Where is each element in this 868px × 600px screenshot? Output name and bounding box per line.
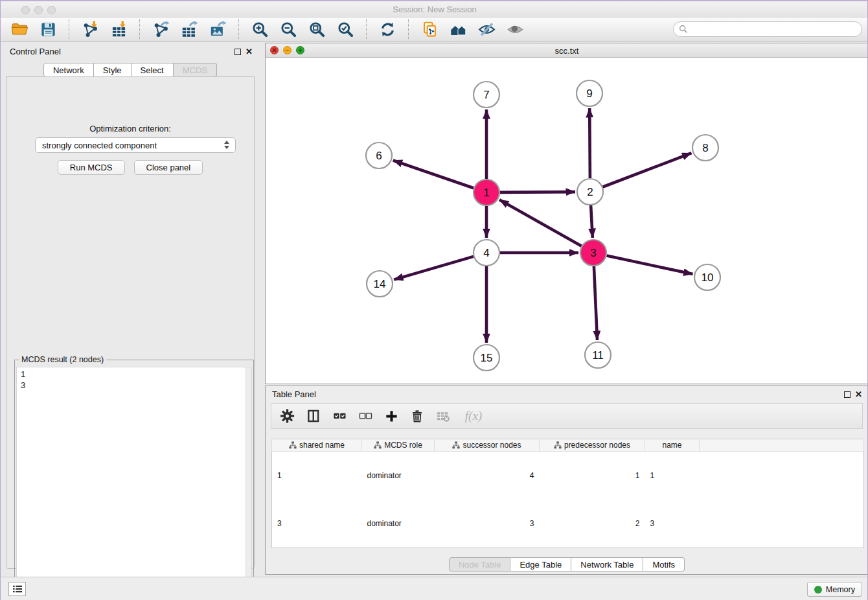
export-table-button[interactable] (177, 19, 201, 40)
export-image-icon (209, 21, 227, 38)
network-canvas[interactable]: 7968124314101511 (266, 58, 868, 384)
add-column-button[interactable] (383, 408, 400, 424)
edge-2-9[interactable] (589, 108, 590, 178)
edge-2-8[interactable] (603, 153, 692, 187)
cell[interactable]: 2 (540, 500, 645, 548)
tab-network[interactable]: Network (43, 63, 94, 77)
table-panel-float-icon[interactable] (844, 391, 851, 398)
zoom-out-button[interactable] (276, 19, 301, 40)
column-header-name[interactable]: name (645, 439, 700, 452)
node-15[interactable]: 15 (474, 345, 499, 371)
column-header-predecessor-nodes[interactable]: predecessor nodes (540, 439, 645, 452)
hide-selected-button[interactable] (474, 19, 499, 40)
export-image-button[interactable] (205, 19, 230, 40)
deselect-all-rows-button[interactable] (357, 408, 374, 424)
tab-network-table[interactable]: Network Table (571, 557, 643, 571)
cell[interactable]: 1 (645, 452, 700, 500)
table-settings-button[interactable] (279, 408, 296, 424)
mcds-result-item: 3 (21, 380, 251, 391)
scrollbar[interactable] (245, 367, 251, 600)
cell[interactable]: 3 (435, 500, 540, 548)
mcds-result-list[interactable]: 13 (16, 367, 252, 600)
table-panel-close-icon[interactable]: ✕ (855, 389, 862, 399)
tab-edge-table[interactable]: Edge Table (510, 557, 571, 571)
node-8[interactable]: 8 (692, 135, 718, 161)
node-10[interactable]: 10 (694, 264, 720, 290)
cell[interactable]: 1 (540, 452, 645, 500)
export-network-button[interactable] (148, 19, 173, 40)
zoom-fit-button[interactable] (304, 19, 329, 40)
column-header-shared-name[interactable]: shared name (272, 439, 362, 452)
column-visibility-icon (306, 409, 321, 423)
edge-2-3[interactable] (591, 205, 593, 238)
zoom-in-button[interactable] (247, 19, 272, 40)
cell[interactable]: 3 (272, 500, 362, 548)
apply-function-button[interactable]: f(x) (461, 408, 486, 424)
clone-network-button[interactable] (417, 19, 442, 40)
edge-3-1[interactable] (499, 200, 582, 246)
select-all-rows-button[interactable] (331, 408, 348, 424)
tab-style[interactable]: Style (94, 63, 131, 77)
node-6[interactable]: 6 (366, 143, 392, 168)
column-header-successor-nodes[interactable]: successor nodes (435, 439, 540, 452)
edge-3-11[interactable] (594, 266, 597, 340)
delete-column-button[interactable] (409, 408, 426, 424)
refresh-view-button[interactable] (375, 19, 400, 40)
node-9[interactable]: 9 (577, 80, 602, 106)
delete-table-button[interactable] (435, 408, 451, 424)
main-toolbar (1, 17, 868, 41)
first-neighbors-icon (450, 21, 467, 38)
edge-3-10[interactable] (607, 255, 693, 274)
column-visibility-button[interactable] (305, 408, 322, 424)
table-toolbar: f(x) (271, 403, 863, 429)
node-11[interactable]: 11 (585, 342, 611, 368)
node-14[interactable]: 14 (367, 271, 393, 297)
cell[interactable]: 4 (435, 452, 540, 500)
node-table[interactable]: shared nameMCDS rolesuccessor nodesprede… (271, 439, 864, 548)
cell[interactable]: 1 (272, 452, 362, 500)
close-panel-button[interactable]: Close panel (134, 160, 203, 175)
control-panel-float-icon[interactable] (234, 49, 241, 55)
control-panel-tabs: NetworkStyleSelectMCDS (1, 63, 260, 77)
show-all-button[interactable] (503, 19, 527, 40)
node-2[interactable]: 2 (577, 179, 603, 205)
table-row[interactable]: 3dominator323 (272, 500, 864, 548)
edge-1-6[interactable] (393, 161, 474, 189)
run-mcds-button[interactable]: Run MCDS (58, 160, 125, 175)
save-session-button[interactable] (36, 19, 60, 40)
mcds-panel: Optimization criterion: strongly connect… (6, 76, 255, 569)
table-tabs: Node TableEdge TableNetwork TableMotifs (266, 557, 868, 571)
tab-motifs[interactable]: Motifs (643, 557, 685, 571)
import-table-button[interactable] (106, 19, 131, 40)
cell[interactable]: dominator (362, 452, 435, 500)
tab-select[interactable]: Select (131, 63, 174, 77)
cell[interactable]: dominator (362, 500, 435, 548)
node-1[interactable]: 1 (474, 179, 499, 205)
zoom-selected-button[interactable] (333, 19, 358, 40)
node-3[interactable]: 3 (580, 240, 606, 266)
first-neighbors-button[interactable] (446, 19, 470, 40)
open-session-icon (11, 21, 29, 38)
node-4[interactable]: 4 (474, 240, 499, 266)
hide-selected-icon (478, 21, 496, 38)
open-session-button[interactable] (7, 19, 32, 40)
network-title: scc.txt (266, 46, 868, 56)
tab-node-table[interactable]: Node Table (449, 557, 511, 571)
cell[interactable]: 3 (645, 500, 700, 548)
network-frame-titlebar[interactable]: ✕ − + scc.txt (266, 43, 868, 58)
column-header-MCDS-role[interactable]: MCDS role (362, 439, 435, 452)
tab-mcds[interactable]: MCDS (174, 63, 217, 77)
task-history-button[interactable] (8, 582, 26, 596)
table-row[interactable]: 1dominator411 (272, 452, 864, 500)
memory-button[interactable]: Memory (807, 582, 862, 597)
import-network-button[interactable] (78, 19, 102, 40)
table-panel-title: Table Panel (272, 389, 316, 399)
control-panel-close-icon[interactable]: ✕ (246, 47, 253, 56)
optimization-criterion-dropdown[interactable]: strongly connected component (35, 137, 236, 153)
search-box[interactable] (673, 21, 862, 37)
node-7[interactable]: 7 (474, 82, 499, 108)
edge-1-2[interactable] (500, 192, 575, 192)
search-input[interactable] (692, 25, 856, 34)
edge-4-14[interactable] (394, 257, 474, 280)
import-network-icon (82, 21, 99, 38)
